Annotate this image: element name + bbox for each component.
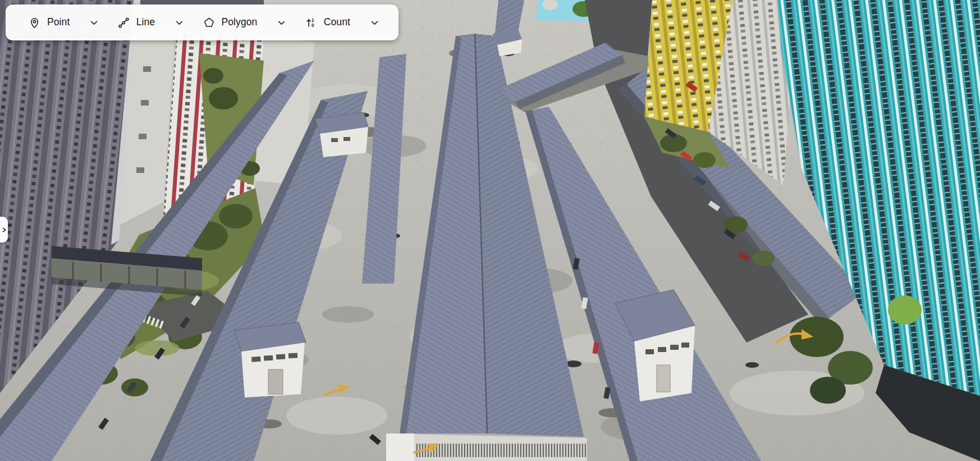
tool-count[interactable]: 1 0 Count [305,16,379,29]
stair-kiosk-upper [315,112,368,157]
stair-kiosk-center [235,322,306,398]
side-panel-expand-handle[interactable] [0,217,8,243]
svg-text:1: 1 [312,18,314,23]
tool-polygon-label: Polygon [222,17,258,28]
tool-line[interactable]: Line [117,16,185,29]
map-pin-icon [28,16,41,29]
svg-text:0: 0 [312,23,314,28]
chevron-down-icon[interactable] [175,18,184,28]
measure-toolbar: Point Line Polygon [6,4,399,40]
tool-count-label: Count [324,17,350,28]
chevron-right-icon [2,227,7,232]
numeric-sort-icon: 1 0 [305,16,318,29]
chevron-down-icon[interactable] [370,18,379,28]
polyline-nodes-icon [117,16,130,29]
chevron-down-icon[interactable] [277,18,286,28]
chevron-down-icon[interactable] [89,18,99,28]
tool-point-label: Point [47,17,70,28]
app-window: Point Line Polygon [0,0,980,461]
pentagon-icon [203,16,216,29]
bottom-parapet-fence [386,433,587,461]
tool-polygon[interactable]: Polygon [203,16,287,29]
map-viewport-3d[interactable] [0,0,980,461]
tool-line-label: Line [136,17,155,28]
tool-point[interactable]: Point [28,16,99,29]
